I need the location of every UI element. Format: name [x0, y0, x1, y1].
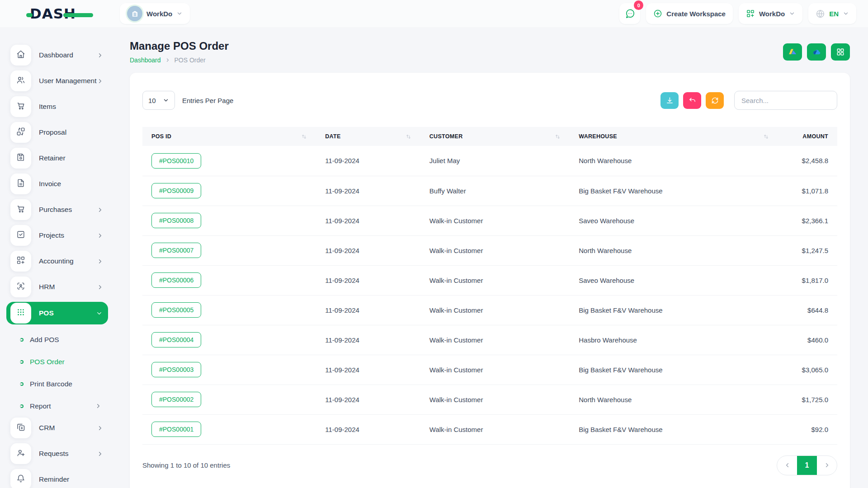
- sidebar-item-requests[interactable]: Requests: [6, 443, 109, 465]
- table-toolbar: 10 Entries Per Page: [142, 91, 837, 110]
- pagination-prev-button[interactable]: [777, 456, 797, 475]
- users-icon: [16, 75, 25, 86]
- table-body: #POS0001011-09-2024Juliet MayNorth Wareh…: [142, 146, 837, 444]
- app-logo[interactable]: DASH: [30, 5, 76, 22]
- sidebar-item-accounting[interactable]: Accounting: [6, 250, 109, 272]
- sidebar-item-retainer[interactable]: Retainer: [6, 147, 109, 169]
- breadcrumb-current: POS Order: [175, 56, 206, 64]
- workdo-dropdown[interactable]: WorkDo: [739, 3, 802, 24]
- create-workspace-label: Create Workspace: [666, 10, 726, 18]
- pos-id-badge[interactable]: #POS00010: [151, 153, 201, 169]
- warehouse-cell: Big Basket F&V Warehouse: [570, 295, 778, 325]
- sidebar-subitem-print-barcode[interactable]: Print Barcode: [0, 373, 102, 395]
- sidebar-item-purchases[interactable]: Purchases: [6, 199, 109, 221]
- customer-cell: Walk-in Customer: [420, 325, 570, 355]
- warehouse-cell: North Warehouse: [570, 235, 778, 265]
- column-header-date[interactable]: DATE: [316, 127, 420, 146]
- entries-per-page-select[interactable]: 10: [142, 91, 175, 110]
- amount-cell: $1,817.0: [778, 265, 837, 295]
- pos-id-badge[interactable]: #POS00006: [151, 272, 201, 288]
- onedrive-button[interactable]: [807, 43, 826, 61]
- sidebar-item-user-management[interactable]: User Management: [6, 70, 109, 92]
- pos-id-cell: #POS00001: [142, 414, 316, 444]
- sidebar-item-dashboard[interactable]: Dashboard: [6, 44, 109, 66]
- customer-cell: Juliet May: [420, 146, 570, 176]
- pos-order-table: POS IDDATECUSTOMERWAREHOUSEAMOUNT #POS00…: [142, 127, 837, 445]
- grid-plus-icon: [16, 256, 25, 267]
- breadcrumb-dashboard-link[interactable]: Dashboard: [130, 56, 161, 64]
- sidebar-item-items[interactable]: Items: [6, 96, 109, 117]
- search-input[interactable]: [734, 91, 837, 110]
- pos-id-badge[interactable]: #POS00003: [151, 362, 201, 377]
- column-header-warehouse[interactable]: WAREHOUSE: [570, 127, 778, 146]
- date-cell: 11-09-2024: [316, 176, 420, 206]
- google-drive-button[interactable]: [783, 43, 802, 61]
- column-header-pos-id[interactable]: POS ID: [142, 127, 316, 146]
- chevron-right-icon: [97, 206, 104, 213]
- column-header-amount: AMOUNT: [778, 127, 837, 146]
- amount-cell: $1,247.5: [778, 235, 837, 265]
- cart-icon: [16, 204, 25, 215]
- sidebar-subitem-add-pos[interactable]: Add POS: [0, 328, 102, 351]
- messages-button[interactable]: 0: [619, 3, 640, 24]
- pagination-next-button[interactable]: [817, 456, 837, 475]
- column-header-customer[interactable]: CUSTOMER: [420, 127, 570, 146]
- logo-accent-bar: [63, 13, 93, 17]
- entries-per-page-label: Entries Per Page: [182, 97, 233, 104]
- amount-cell: $92.0: [778, 414, 837, 444]
- warehouse-cell: Hasbro Warehouse: [570, 325, 778, 355]
- grid-view-button[interactable]: [831, 43, 850, 61]
- refresh-button[interactable]: [706, 92, 724, 109]
- warehouse-cell: North Warehouse: [570, 146, 778, 176]
- chevron-down-icon: [163, 97, 169, 103]
- pos-id-badge[interactable]: #POS00009: [151, 183, 201, 198]
- onedrive-icon: [811, 47, 822, 57]
- create-workspace-button[interactable]: Create Workspace: [646, 3, 733, 24]
- sidebar-item-invoice[interactable]: Invoice: [6, 173, 109, 195]
- download-icon: [666, 97, 674, 104]
- table-row: #POS0000811-09-2024Walk-in CustomerSaveo…: [142, 206, 837, 235]
- pos-id-badge[interactable]: #POS00004: [151, 332, 201, 347]
- sidebar-item-projects[interactable]: Projects: [6, 225, 109, 246]
- pos-id-cell: #POS00010: [142, 146, 316, 176]
- bullet-icon: [20, 382, 24, 386]
- pos-id-badge[interactable]: #POS00005: [151, 302, 201, 318]
- amount-cell: $2,366.1: [778, 206, 837, 235]
- message-count-badge: 0: [634, 0, 643, 10]
- sidebar-item-crm[interactable]: CRM: [6, 417, 109, 439]
- grid-icon: [836, 47, 845, 56]
- table-row: #POS0000311-09-2024Walk-in CustomerBig B…: [142, 355, 837, 385]
- language-dropdown[interactable]: EN: [808, 3, 856, 24]
- table-row: #POS0000911-09-2024Buffy WalterBig Baske…: [142, 176, 837, 206]
- globe-icon: [816, 9, 825, 19]
- pos-id-badge[interactable]: #POS00008: [151, 213, 201, 228]
- table-row: #POS0000111-09-2024Walk-in CustomerBig B…: [142, 414, 837, 444]
- column-label: CUSTOMER: [429, 133, 463, 140]
- table-row: #POS0000411-09-2024Walk-in CustomerHasbr…: [142, 325, 837, 355]
- pagination-page-1[interactable]: 1: [797, 456, 817, 475]
- sidebar-item-reminder[interactable]: Reminder: [6, 469, 109, 488]
- column-label: WAREHOUSE: [579, 133, 617, 140]
- header-actions: [783, 43, 850, 61]
- workspace-selector[interactable]: WorkDo: [120, 3, 190, 24]
- export-download-button[interactable]: [660, 92, 679, 109]
- square-check-icon: [16, 230, 25, 241]
- date-cell: 11-09-2024: [316, 206, 420, 235]
- sidebar-icon-box: [10, 70, 31, 91]
- sidebar-icon-box: [10, 443, 31, 464]
- customer-cell: Walk-in Customer: [420, 206, 570, 235]
- sidebar-subitem-pos-order[interactable]: POS Order: [0, 351, 102, 373]
- undo-button[interactable]: [683, 92, 701, 109]
- amount-cell: $3,065.0: [778, 355, 837, 385]
- sidebar-nav: DashboardUser ManagementItemsProposalRet…: [0, 44, 120, 488]
- sidebar-item-pos[interactable]: POS: [6, 302, 108, 324]
- pos-id-badge[interactable]: #POS00007: [151, 243, 201, 258]
- sidebar-subitem-report[interactable]: Report: [0, 395, 102, 417]
- pos-id-badge[interactable]: #POS00001: [151, 422, 201, 437]
- sidebar-item-hrm[interactable]: HRM: [6, 276, 109, 298]
- sidebar-item-label: Accounting: [39, 257, 74, 265]
- column-label: DATE: [325, 133, 340, 140]
- sidebar-item-proposal[interactable]: Proposal: [6, 122, 109, 143]
- pos-id-badge[interactable]: #POS00002: [151, 392, 201, 407]
- sidebar-item-label: Reminder: [39, 475, 69, 483]
